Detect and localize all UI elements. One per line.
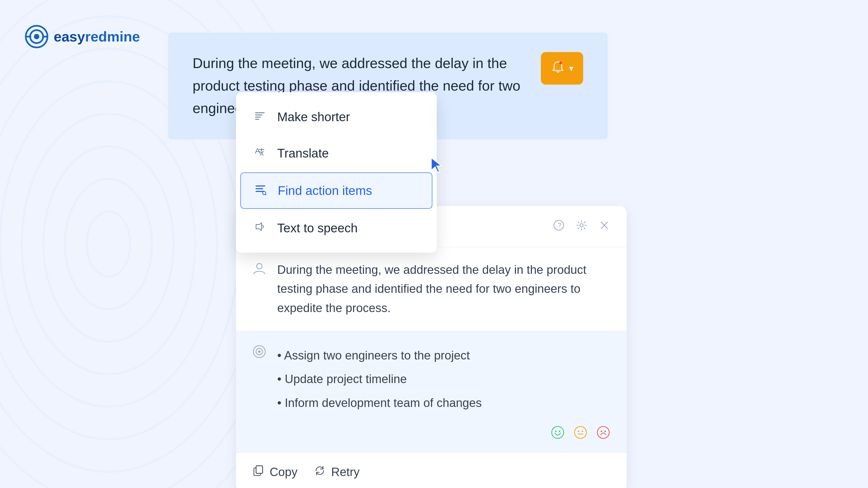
ai-response-section: Assign two engineers to the project Upda… (236, 330, 627, 453)
svg-point-46 (597, 426, 609, 438)
svg-point-12 (34, 34, 39, 39)
svg-point-42 (575, 426, 586, 438)
logo-easy: easy (54, 29, 85, 44)
copy-button[interactable]: Copy (252, 465, 298, 479)
ai-dropdown-menu: Make shorter A A Translate Find acti (236, 92, 437, 253)
svg-point-48 (604, 430, 606, 432)
feedback-row (236, 419, 627, 453)
svg-point-0 (87, 212, 130, 276)
ai-assistant-button[interactable]: ▾ (541, 52, 583, 85)
svg-point-35 (257, 263, 262, 269)
svg-rect-25 (255, 188, 263, 189)
feedback-positive-icon[interactable] (551, 425, 565, 443)
svg-rect-50 (256, 466, 262, 474)
svg-line-28 (265, 194, 267, 195)
svg-point-3 (22, 114, 195, 374)
find-action-items-icon (253, 183, 268, 198)
svg-marker-29 (256, 223, 261, 230)
settings-icon[interactable] (576, 219, 588, 234)
svg-point-1 (65, 179, 152, 309)
svg-point-38 (258, 351, 260, 353)
panel-actions: ? (553, 219, 610, 234)
translate-icon: A A (252, 146, 268, 161)
response-item-2: Update project timeline (277, 367, 482, 391)
ai-button-chevron-icon: ▾ (569, 63, 574, 73)
copy-label: Copy (270, 465, 298, 479)
copy-icon (252, 465, 264, 479)
svg-point-45 (582, 430, 583, 432)
ai-button-icon (551, 60, 565, 77)
user-message-row: During the meeting, we addressed the del… (236, 247, 627, 330)
feedback-negative-icon[interactable] (596, 425, 610, 443)
panel-footer: Copy Retry (236, 453, 627, 488)
text-to-speech-icon (252, 221, 268, 235)
svg-point-41 (559, 430, 560, 432)
svg-point-40 (555, 430, 557, 432)
svg-point-39 (552, 426, 564, 438)
menu-item-label: Text to speech (277, 221, 358, 235)
user-avatar-icon (252, 261, 267, 279)
response-item-1: Assign two engineers to the project (277, 344, 482, 367)
svg-point-32 (580, 224, 583, 227)
menu-item-make-shorter[interactable]: Make shorter (236, 99, 437, 135)
response-item-3: Inform development team of changes (277, 391, 482, 415)
svg-text:A: A (255, 147, 260, 155)
svg-text:?: ? (558, 222, 561, 229)
logo-icon (24, 24, 49, 49)
help-icon[interactable]: ? (553, 219, 565, 234)
menu-item-label: Make shorter (277, 109, 350, 124)
logo-redmine: redmine (85, 29, 140, 44)
close-icon[interactable] (598, 219, 610, 234)
svg-point-15 (559, 62, 562, 64)
retry-icon (314, 465, 326, 479)
svg-point-44 (578, 430, 579, 432)
retry-label: Retry (331, 465, 360, 479)
menu-item-text-to-speech[interactable]: Text to speech (236, 210, 437, 246)
ai-response-icon (252, 345, 267, 362)
logo-text: easyredmine (54, 29, 140, 45)
response-list: Assign two engineers to the project Upda… (277, 344, 482, 415)
svg-point-47 (601, 430, 602, 432)
user-message-text: During the meeting, we addressed the del… (277, 260, 610, 318)
menu-item-find-action-items[interactable]: Find action items (240, 172, 432, 209)
make-shorter-icon (252, 109, 268, 124)
logo: easyredmine (24, 24, 140, 49)
menu-item-label: Find action items (278, 183, 372, 198)
svg-point-2 (43, 147, 174, 341)
feedback-neutral-icon[interactable] (574, 425, 588, 443)
svg-rect-24 (255, 186, 265, 187)
menu-item-label: Translate (277, 146, 329, 161)
retry-button[interactable]: Retry (314, 465, 360, 479)
menu-item-translate[interactable]: A A Translate (236, 135, 437, 171)
